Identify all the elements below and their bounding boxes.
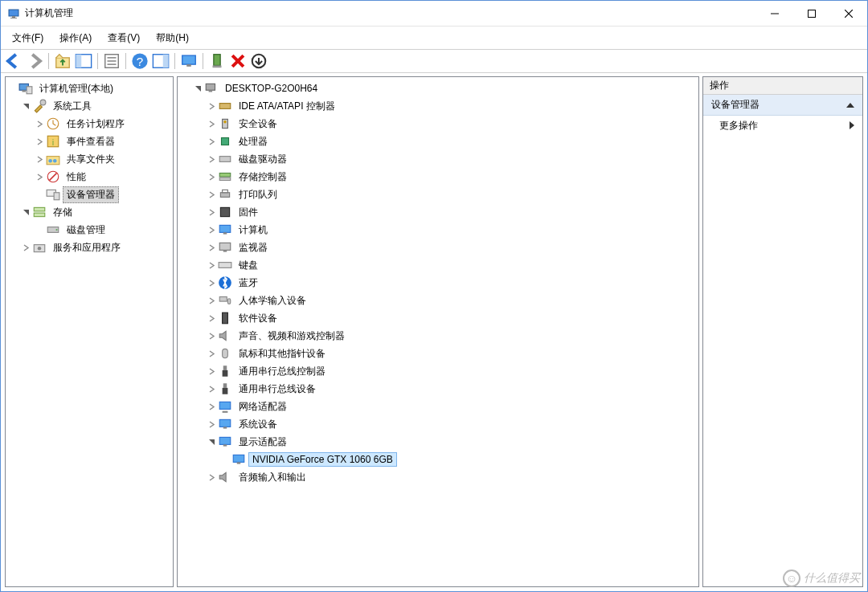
usb-icon xyxy=(218,382,232,395)
chevron-right-icon[interactable] xyxy=(205,347,218,360)
tree-root-computer-mgmt[interactable]: 计算机管理(本地) xyxy=(6,80,173,97)
menu-file[interactable]: 文件(F) xyxy=(4,28,51,48)
chevron-right-icon[interactable] xyxy=(33,135,46,148)
dev-computer-cat[interactable]: 计算机 xyxy=(178,221,698,239)
dev-cpu[interactable]: 处理器 xyxy=(178,133,698,150)
dev-system[interactable]: 系统设备 xyxy=(178,415,698,433)
chevron-right-icon[interactable] xyxy=(205,294,218,307)
tree-performance[interactable]: 性能 xyxy=(6,168,173,186)
svg-rect-21 xyxy=(213,66,222,68)
dev-keyboard[interactable]: 键盘 xyxy=(178,256,698,274)
up-button[interactable] xyxy=(53,52,72,70)
close-button[interactable] xyxy=(830,1,867,27)
disable-button[interactable] xyxy=(249,52,268,70)
dev-gpu-nvidia[interactable]: NVIDIA GeForce GTX 1060 6GB xyxy=(178,451,698,468)
dev-mouse[interactable]: 鼠标和其他指针设备 xyxy=(178,345,698,362)
tree-disk-mgmt[interactable]: 磁盘管理 xyxy=(6,221,173,239)
tree-system-tools[interactable]: 系统工具 xyxy=(6,97,173,115)
chevron-right-icon[interactable] xyxy=(19,241,32,254)
dev-hid[interactable]: 人体学输入设备 xyxy=(178,292,698,309)
dev-usb-ctrl[interactable]: 通用串行总线控制器 xyxy=(178,362,698,380)
tree-event-viewer[interactable]: i 事件查看器 xyxy=(6,133,173,150)
chevron-right-icon[interactable] xyxy=(205,400,218,413)
dev-ide-ata[interactable]: IDE ATA/ATAPI 控制器 xyxy=(178,97,698,115)
menu-action[interactable]: 操作(A) xyxy=(51,28,100,48)
uninstall-button[interactable] xyxy=(228,52,248,70)
chevron-right-icon[interactable] xyxy=(205,170,218,183)
tree-storage[interactable]: 存储 xyxy=(6,203,173,221)
dev-usb-devices[interactable]: 通用串行总线设备 xyxy=(178,380,698,398)
chevron-right-icon[interactable] xyxy=(205,188,218,201)
tree-label: IDE ATA/ATAPI 控制器 xyxy=(235,98,339,115)
speaker-icon xyxy=(218,471,232,484)
chevron-right-icon[interactable] xyxy=(205,276,218,289)
dev-sound-video-game[interactable]: 声音、视频和游戏控制器 xyxy=(178,327,698,345)
svg-text:i: i xyxy=(52,137,55,147)
properties-button[interactable] xyxy=(102,52,121,70)
svg-rect-64 xyxy=(227,299,230,304)
dev-monitor[interactable]: 监视器 xyxy=(178,239,698,256)
dev-storage-ctrl[interactable]: 存储控制器 xyxy=(178,168,698,186)
scan-hardware-button[interactable] xyxy=(179,52,199,70)
chevron-down-icon[interactable] xyxy=(205,435,218,448)
chevron-right-icon[interactable] xyxy=(205,206,218,218)
chevron-right-icon[interactable] xyxy=(205,365,218,378)
console-tree[interactable]: 计算机管理(本地) 系统工具 任务计划程序 xyxy=(6,77,173,586)
update-driver-button[interactable] xyxy=(207,52,227,70)
chevron-right-icon[interactable] xyxy=(205,100,218,112)
chevron-right-icon[interactable] xyxy=(205,117,218,130)
chevron-right-icon[interactable] xyxy=(205,471,218,484)
dev-display-adapters[interactable]: 显示适配器 xyxy=(178,433,698,451)
chevron-right-icon[interactable] xyxy=(205,259,218,272)
actions-group-head[interactable]: 设备管理器 xyxy=(703,95,862,116)
chevron-right-icon[interactable] xyxy=(205,312,218,325)
chevron-right-icon[interactable] xyxy=(205,223,218,236)
show-hide-tree-button[interactable] xyxy=(74,52,93,70)
chevron-right-icon[interactable] xyxy=(205,382,218,395)
chevron-down-icon[interactable] xyxy=(191,82,204,95)
svg-rect-65 xyxy=(223,312,228,324)
actions-more[interactable]: 更多操作 xyxy=(703,116,862,135)
help-button[interactable]: ? xyxy=(130,52,149,70)
nav-back-button[interactable] xyxy=(4,52,23,70)
dev-software[interactable]: 软件设备 xyxy=(178,309,698,327)
svg-rect-40 xyxy=(34,213,45,217)
maximize-button[interactable] xyxy=(793,1,830,27)
computer-icon xyxy=(204,82,219,95)
menu-view[interactable]: 查看(V) xyxy=(100,28,148,48)
tree-task-scheduler[interactable]: 任务计划程序 xyxy=(6,115,173,133)
dev-audio-io[interactable]: 音频输入和输出 xyxy=(178,468,698,486)
dev-security[interactable]: 安全设备 xyxy=(178,115,698,133)
dev-network[interactable]: 网络适配器 xyxy=(178,398,698,415)
hid-icon xyxy=(218,294,232,307)
tree-device-manager[interactable]: 设备管理器 xyxy=(6,186,173,203)
svg-rect-47 xyxy=(219,104,231,109)
device-tree[interactable]: DESKTOP-G2O0H64 IDE ATA/ATAPI 控制器 安全设备 处… xyxy=(178,77,698,586)
dev-bluetooth[interactable]: 蓝牙 xyxy=(178,274,698,292)
dev-disk-drives[interactable]: 磁盘驱动器 xyxy=(178,150,698,168)
tree-label: 磁盘管理 xyxy=(63,222,109,239)
tree-services-apps[interactable]: 服务和应用程序 xyxy=(6,239,173,256)
tree-label: 人体学输入设备 xyxy=(235,292,310,309)
show-action-pane-button[interactable] xyxy=(151,52,170,70)
actions-panel: 操作 设备管理器 更多操作 xyxy=(702,76,863,587)
chevron-right-icon[interactable] xyxy=(205,241,218,254)
tree-shared-folders[interactable]: 共享文件夹 xyxy=(6,150,173,168)
nav-forward-button[interactable] xyxy=(25,52,44,70)
chevron-right-icon[interactable] xyxy=(33,170,46,183)
chevron-down-icon[interactable] xyxy=(19,206,32,218)
chevron-right-icon[interactable] xyxy=(205,418,218,431)
dev-root-computer[interactable]: DESKTOP-G2O0H64 xyxy=(178,80,698,97)
tree-label: 蓝牙 xyxy=(235,275,262,292)
dev-print-queue[interactable]: 打印队列 xyxy=(178,186,698,203)
minimize-button[interactable] xyxy=(756,1,793,27)
chevron-down-icon[interactable] xyxy=(19,100,32,112)
menu-help[interactable]: 帮助(H) xyxy=(148,28,197,48)
svg-rect-75 xyxy=(223,444,227,446)
dev-firmware[interactable]: 固件 xyxy=(178,203,698,221)
chevron-right-icon[interactable] xyxy=(205,329,218,342)
chevron-right-icon[interactable] xyxy=(205,153,218,165)
chevron-right-icon[interactable] xyxy=(33,117,46,130)
chevron-right-icon[interactable] xyxy=(205,135,218,148)
chevron-right-icon[interactable] xyxy=(33,153,46,165)
